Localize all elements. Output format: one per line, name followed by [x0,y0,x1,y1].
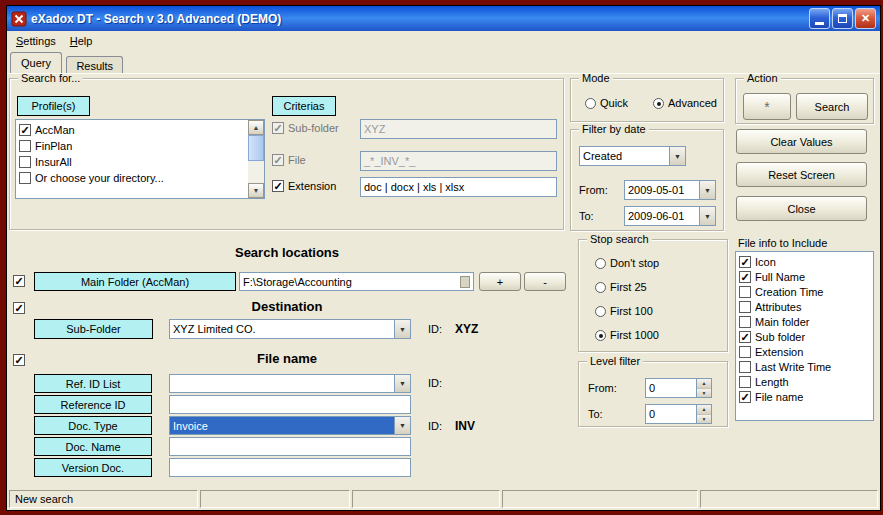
close-screen-button[interactable]: Close [736,196,867,221]
file-name-checkbox[interactable]: ✓ [13,354,25,366]
checkbox[interactable]: ✓ [739,256,751,268]
spinner-up-icon[interactable]: ▲ [697,379,711,389]
checkbox[interactable] [739,316,751,328]
checkbox[interactable] [739,361,751,373]
radio-quick[interactable]: Quick [585,97,628,109]
main-folder-button[interactable]: Main Folder (AccMan) [34,272,236,291]
tab-query[interactable]: Query [10,52,62,73]
level-from-spinner[interactable]: 0 ▲ ▼ [645,378,712,398]
date-from-select[interactable]: 2009-05-01 ▼ [624,180,716,200]
criteria-subfolder-field[interactable]: XYZ [360,119,557,139]
minimize-button[interactable] [809,8,830,29]
level-to-spinner[interactable]: 0 ▲ ▼ [645,404,712,424]
titlebar[interactable]: eXadox DT - Search v 3.0 Advanced (DEMO)… [7,6,880,31]
criteria-extension-field[interactable]: doc | docx | xls | xlsx [360,177,557,197]
doc-type-select[interactable]: Invoice ▼ [169,416,411,435]
ref-id-list-select[interactable]: ▼ [169,374,411,393]
scrollbar-thumb[interactable] [248,135,264,161]
checkbox[interactable]: ✓ [272,154,284,166]
list-item[interactable]: Creation Time [737,284,872,299]
add-location-button[interactable]: + [479,272,521,291]
list-item[interactable]: Extension [737,344,872,359]
menu-settings[interactable]: Settings [9,33,63,49]
file-info-listbox[interactable]: ✓ Icon ✓ Full Name Creation Time Attribu… [735,251,874,421]
list-item[interactable]: ✓ Full Name [737,269,872,284]
checkbox[interactable]: ✓ [272,122,284,134]
remove-location-button[interactable]: - [524,272,566,291]
chevron-down-icon[interactable]: ▼ [699,181,715,199]
chevron-down-icon[interactable]: ▼ [394,375,410,392]
chevron-down-icon[interactable]: ▼ [394,417,410,434]
doc-name-button[interactable]: Doc. Name [34,437,152,456]
path-field-grip[interactable] [460,276,470,288]
search-locations-checkbox[interactable]: ✓ [13,275,25,287]
radio-first-100[interactable]: First 100 [595,305,653,317]
close-button[interactable]: ✕ [855,8,876,29]
version-doc-button[interactable]: Version Doc. [34,458,152,477]
destination-checkbox[interactable]: ✓ [13,302,25,314]
scrollbar-track[interactable] [248,161,264,183]
date-field-select[interactable]: Created ▼ [579,146,686,166]
list-item[interactable]: ✓ Sub folder [737,329,872,344]
checkbox[interactable] [739,346,751,358]
menu-help[interactable]: Help [63,33,100,49]
spinner-down-icon[interactable]: ▼ [697,415,711,424]
clear-values-button[interactable]: Clear Values [736,129,867,154]
criterias-button[interactable]: Criterias [272,96,336,116]
spinner-up-icon[interactable]: ▲ [697,405,711,415]
maximize-button[interactable] [832,8,853,29]
checkbox[interactable]: ✓ [739,391,751,403]
list-item[interactable]: FinPlan [17,138,247,154]
list-item[interactable]: ✓ AccMan [17,122,247,138]
radio-icon[interactable] [595,282,606,293]
checkbox[interactable] [19,140,31,152]
location-path-field[interactable]: F:\Storage\Accounting [239,272,474,291]
chevron-down-icon[interactable]: ▼ [699,207,715,225]
chevron-down-icon[interactable]: ▼ [669,147,685,165]
scrollbar[interactable]: ▲ ▼ [248,120,264,198]
list-item[interactable]: Last Write Time [737,359,872,374]
list-item[interactable]: Length [737,374,872,389]
search-button[interactable]: Search [796,93,868,120]
checkbox[interactable]: ✓ [19,124,31,136]
checkbox[interactable] [19,172,31,184]
checkbox[interactable]: ✓ [739,331,751,343]
chevron-down-icon[interactable]: ▼ [394,320,410,338]
criteria-file-field[interactable]: _*_INV_*_ [360,151,557,171]
radio-icon[interactable] [595,330,606,341]
checkbox[interactable]: ✓ [272,180,284,192]
radio-icon[interactable] [595,258,606,269]
spinner-down-icon[interactable]: ▼ [697,389,711,398]
reference-id-field[interactable] [169,395,411,414]
radio-advanced[interactable]: Advanced [653,97,717,109]
doc-name-field[interactable] [169,437,411,456]
radio-first-1000[interactable]: First 1000 [595,329,659,341]
checkbox[interactable]: ✓ [739,271,751,283]
reset-screen-button[interactable]: Reset Screen [736,162,867,187]
date-to-select[interactable]: 2009-06-01 ▼ [624,206,716,226]
criteria-extension[interactable]: ✓ Extension [272,180,336,192]
version-doc-field[interactable] [169,458,411,477]
reference-id-button[interactable]: Reference ID [34,395,152,414]
list-item[interactable]: InsurAll [17,154,247,170]
sub-folder-select[interactable]: XYZ Limited CO. ▼ [169,319,411,339]
criteria-subfolder[interactable]: ✓ Sub-folder [272,122,339,134]
radio-icon[interactable] [595,306,606,317]
profiles-button[interactable]: Profile(s) [17,96,90,116]
radio-icon[interactable] [585,98,596,109]
list-item[interactable]: Attributes [737,299,872,314]
sub-folder-button[interactable]: Sub-Folder [34,319,153,339]
radio-dont-stop[interactable]: Don't stop [595,257,659,269]
star-button[interactable]: * [743,93,791,120]
list-item[interactable]: ✓ Icon [737,254,872,269]
checkbox[interactable] [739,286,751,298]
list-item[interactable]: Or choose your directory... [17,170,247,186]
checkbox[interactable] [19,156,31,168]
profiles-listbox[interactable]: ✓ AccMan FinPlan InsurAll Or choose your… [15,119,265,199]
list-item[interactable]: Main folder [737,314,872,329]
scroll-down-icon[interactable]: ▼ [248,183,264,198]
list-item[interactable]: ✓ File name [737,389,872,404]
checkbox[interactable] [739,301,751,313]
checkbox[interactable] [739,376,751,388]
radio-first-25[interactable]: First 25 [595,281,647,293]
